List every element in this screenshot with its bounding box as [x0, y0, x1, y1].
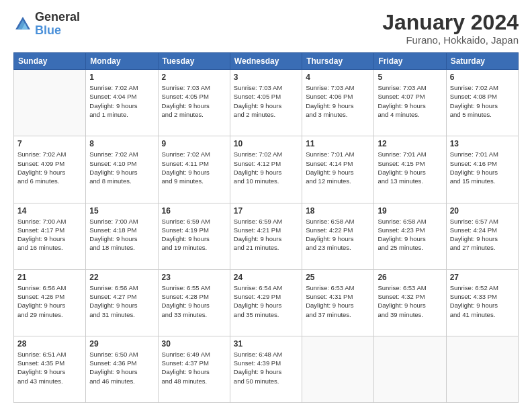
- day-number: 11: [306, 139, 370, 148]
- page: General Blue January 2024 Furano, Hokkai…: [0, 0, 532, 411]
- day-cell: 17Sunrise: 6:59 AM Sunset: 4:21 PM Dayli…: [230, 203, 302, 269]
- day-number: 28: [17, 339, 82, 349]
- logo-icon: [13, 15, 32, 34]
- day-number: 5: [378, 73, 442, 82]
- day-info: Sunrise: 6:59 AM Sunset: 4:21 PM Dayligh…: [234, 217, 298, 253]
- day-cell: 28Sunrise: 6:51 AM Sunset: 4:35 PM Dayli…: [14, 336, 86, 402]
- logo: General Blue: [13, 11, 80, 38]
- calendar-table: SundayMondayTuesdayWednesdayThursdayFrid…: [13, 52, 519, 403]
- day-info: Sunrise: 6:53 AM Sunset: 4:32 PM Dayligh…: [378, 283, 442, 319]
- header-cell-saturday: Saturday: [446, 53, 518, 70]
- day-cell: [302, 336, 374, 402]
- subtitle: Furano, Hokkaido, Japan: [382, 34, 519, 46]
- day-number: 10: [234, 139, 298, 148]
- week-row-4: 28Sunrise: 6:51 AM Sunset: 4:35 PM Dayli…: [14, 336, 519, 402]
- day-cell: 25Sunrise: 6:53 AM Sunset: 4:31 PM Dayli…: [302, 269, 374, 336]
- header-cell-tuesday: Tuesday: [158, 53, 230, 70]
- day-cell: 3Sunrise: 7:03 AM Sunset: 4:05 PM Daylig…: [230, 70, 302, 136]
- day-info: Sunrise: 7:02 AM Sunset: 4:12 PM Dayligh…: [234, 150, 298, 185]
- day-cell: 6Sunrise: 7:02 AM Sunset: 4:08 PM Daylig…: [446, 70, 518, 136]
- day-info: Sunrise: 6:55 AM Sunset: 4:28 PM Dayligh…: [162, 283, 226, 319]
- day-info: Sunrise: 6:59 AM Sunset: 4:19 PM Dayligh…: [162, 217, 226, 253]
- day-cell: [446, 336, 518, 402]
- day-info: Sunrise: 7:01 AM Sunset: 4:15 PM Dayligh…: [378, 150, 442, 185]
- week-row-0: 1Sunrise: 7:02 AM Sunset: 4:04 PM Daylig…: [14, 70, 519, 136]
- day-info: Sunrise: 7:02 AM Sunset: 4:09 PM Dayligh…: [17, 150, 82, 185]
- header: General Blue January 2024 Furano, Hokkai…: [13, 11, 519, 46]
- day-info: Sunrise: 7:01 AM Sunset: 4:16 PM Dayligh…: [450, 150, 515, 185]
- day-info: Sunrise: 7:03 AM Sunset: 4:05 PM Dayligh…: [162, 83, 226, 119]
- day-info: Sunrise: 7:01 AM Sunset: 4:14 PM Dayligh…: [306, 150, 370, 185]
- day-number: 26: [378, 273, 442, 282]
- week-row-2: 14Sunrise: 7:00 AM Sunset: 4:17 PM Dayli…: [14, 203, 519, 269]
- day-info: Sunrise: 6:50 AM Sunset: 4:36 PM Dayligh…: [89, 350, 154, 385]
- day-info: Sunrise: 6:51 AM Sunset: 4:35 PM Dayligh…: [17, 350, 82, 385]
- day-number: 3: [234, 73, 298, 82]
- day-cell: 8Sunrise: 7:02 AM Sunset: 4:10 PM Daylig…: [86, 136, 158, 203]
- day-number: 7: [17, 139, 82, 148]
- day-cell: 20Sunrise: 6:57 AM Sunset: 4:24 PM Dayli…: [446, 203, 518, 269]
- day-info: Sunrise: 7:00 AM Sunset: 4:18 PM Dayligh…: [89, 217, 154, 253]
- header-row: SundayMondayTuesdayWednesdayThursdayFrid…: [14, 53, 519, 70]
- day-number: 22: [89, 273, 154, 282]
- day-cell: 11Sunrise: 7:01 AM Sunset: 4:14 PM Dayli…: [302, 136, 374, 203]
- logo-text: General Blue: [35, 11, 80, 38]
- day-number: 19: [378, 206, 442, 216]
- day-cell: 13Sunrise: 7:01 AM Sunset: 4:16 PM Dayli…: [446, 136, 518, 203]
- day-info: Sunrise: 6:54 AM Sunset: 4:29 PM Dayligh…: [234, 283, 298, 319]
- day-cell: 19Sunrise: 6:58 AM Sunset: 4:23 PM Dayli…: [374, 203, 446, 269]
- day-number: 21: [17, 273, 82, 282]
- day-cell: 16Sunrise: 6:59 AM Sunset: 4:19 PM Dayli…: [158, 203, 230, 269]
- day-number: 1: [89, 73, 154, 82]
- day-cell: 21Sunrise: 6:56 AM Sunset: 4:26 PM Dayli…: [14, 269, 86, 336]
- day-number: 14: [17, 206, 82, 216]
- day-cell: 15Sunrise: 7:00 AM Sunset: 4:18 PM Dayli…: [86, 203, 158, 269]
- day-number: 18: [306, 206, 370, 216]
- day-cell: 24Sunrise: 6:54 AM Sunset: 4:29 PM Dayli…: [230, 269, 302, 336]
- day-number: 4: [306, 73, 370, 82]
- header-cell-friday: Friday: [374, 53, 446, 70]
- day-number: 23: [162, 273, 226, 282]
- day-cell: 9Sunrise: 7:02 AM Sunset: 4:11 PM Daylig…: [158, 136, 230, 203]
- day-info: Sunrise: 7:03 AM Sunset: 4:05 PM Dayligh…: [234, 83, 298, 119]
- day-info: Sunrise: 6:48 AM Sunset: 4:39 PM Dayligh…: [234, 350, 298, 385]
- day-info: Sunrise: 7:02 AM Sunset: 4:11 PM Dayligh…: [162, 150, 226, 185]
- day-info: Sunrise: 6:57 AM Sunset: 4:24 PM Dayligh…: [450, 217, 515, 253]
- day-info: Sunrise: 7:00 AM Sunset: 4:17 PM Dayligh…: [17, 217, 82, 253]
- day-cell: 2Sunrise: 7:03 AM Sunset: 4:05 PM Daylig…: [158, 70, 230, 136]
- day-info: Sunrise: 7:02 AM Sunset: 4:10 PM Dayligh…: [89, 150, 154, 185]
- day-number: 12: [378, 139, 442, 148]
- day-info: Sunrise: 7:02 AM Sunset: 4:04 PM Dayligh…: [89, 83, 154, 119]
- logo-line2: Blue: [35, 24, 61, 37]
- day-number: 15: [89, 206, 154, 216]
- main-title: January 2024: [382, 11, 519, 34]
- day-cell: 12Sunrise: 7:01 AM Sunset: 4:15 PM Dayli…: [374, 136, 446, 203]
- day-cell: 31Sunrise: 6:48 AM Sunset: 4:39 PM Dayli…: [230, 336, 302, 402]
- title-block: January 2024 Furano, Hokkaido, Japan: [382, 11, 519, 46]
- day-info: Sunrise: 7:02 AM Sunset: 4:08 PM Dayligh…: [450, 83, 515, 119]
- day-number: 27: [450, 273, 515, 282]
- day-number: 8: [89, 139, 154, 148]
- day-number: 31: [234, 339, 298, 349]
- day-number: 20: [450, 206, 515, 216]
- day-info: Sunrise: 7:03 AM Sunset: 4:07 PM Dayligh…: [378, 83, 442, 119]
- day-number: 30: [162, 339, 226, 349]
- day-cell: 18Sunrise: 6:58 AM Sunset: 4:22 PM Dayli…: [302, 203, 374, 269]
- day-number: 16: [162, 206, 226, 216]
- day-cell: 29Sunrise: 6:50 AM Sunset: 4:36 PM Dayli…: [86, 336, 158, 402]
- day-number: 2: [162, 73, 226, 82]
- week-row-3: 21Sunrise: 6:56 AM Sunset: 4:26 PM Dayli…: [14, 269, 519, 336]
- header-cell-thursday: Thursday: [302, 53, 374, 70]
- day-cell: 5Sunrise: 7:03 AM Sunset: 4:07 PM Daylig…: [374, 70, 446, 136]
- day-cell: [374, 336, 446, 402]
- day-info: Sunrise: 6:58 AM Sunset: 4:22 PM Dayligh…: [306, 217, 370, 253]
- day-cell: 7Sunrise: 7:02 AM Sunset: 4:09 PM Daylig…: [14, 136, 86, 203]
- day-cell: 14Sunrise: 7:00 AM Sunset: 4:17 PM Dayli…: [14, 203, 86, 269]
- day-info: Sunrise: 6:56 AM Sunset: 4:27 PM Dayligh…: [89, 283, 154, 319]
- day-number: 13: [450, 139, 515, 148]
- day-cell: 1Sunrise: 7:02 AM Sunset: 4:04 PM Daylig…: [86, 70, 158, 136]
- day-number: 29: [89, 339, 154, 349]
- day-cell: 4Sunrise: 7:03 AM Sunset: 4:06 PM Daylig…: [302, 70, 374, 136]
- day-number: 25: [306, 273, 370, 282]
- week-row-1: 7Sunrise: 7:02 AM Sunset: 4:09 PM Daylig…: [14, 136, 519, 203]
